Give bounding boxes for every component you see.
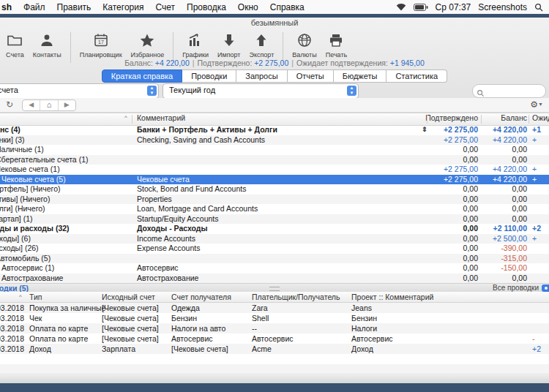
summary-row[interactable]: Доходы и расходы (32)Доходы - Расходы0,0… — [0, 224, 549, 234]
balance-separator: | — [288, 59, 296, 67]
accounts-dropdown[interactable]: Все счета ▲▼ — [0, 83, 159, 99]
confirmed-amount: 0,00 — [463, 155, 478, 165]
toolbar-button-contacts[interactable]: Контакты — [29, 29, 66, 60]
toolbar-button-planner[interactable]: 17Планировщик — [75, 29, 127, 60]
transaction-project-comment: Бензин — [351, 313, 377, 323]
transaction-type: Чек — [29, 313, 42, 323]
account-comment: Доходы - Расходы — [137, 224, 207, 234]
accounts-dropdown-value: Все счета — [0, 86, 18, 94]
tab-Статистика[interactable]: Статистика — [386, 69, 447, 83]
summary-row[interactable]: [Портфель] (Ничего)Stock, Bond and Fund … — [0, 184, 549, 195]
transaction-payee: Автосервис — [252, 333, 294, 344]
transaction-target-account: [Чековые счета] — [171, 344, 228, 354]
account-comment: Expense Accounts — [137, 244, 200, 254]
summary-row[interactable]: [Долги] (Ничего)Loan, Mortgage and Card … — [0, 204, 549, 214]
transaction-row[interactable]: 03.2018Чек[Чековые счета]БензинShellБенз… — [0, 313, 549, 323]
period-dropdown[interactable]: Текущий год ▲▼ — [163, 83, 359, 99]
summary-row[interactable]: Автомобиль (5)0,00-315,00 — [0, 254, 549, 264]
print-icon — [329, 31, 343, 50]
toolbar-button-label: Печать — [326, 51, 347, 59]
menu-item-Счет[interactable]: Счет — [149, 2, 181, 12]
history-segmented-control: ◀ ⌂ ▶ — [22, 99, 76, 111]
toolbar-button-currencies[interactable]: Валюты — [288, 29, 321, 60]
menu-item-Файл[interactable]: Файл — [18, 2, 51, 12]
forward-button[interactable]: ▶ — [58, 100, 75, 110]
desktop-background-bottom — [0, 383, 549, 392]
menu-item-Окно[interactable]: Окно — [232, 2, 264, 12]
column-header-payee[interactable]: Плательщик/Получатель — [252, 292, 340, 302]
toolbar-button-import[interactable]: Импорт — [213, 29, 244, 60]
toolbar-button-favorites[interactable]: Избранное — [127, 29, 169, 60]
confirmed-amount: 0,00 — [463, 244, 478, 254]
gear-menu-button[interactable]: ⚙▼ — [530, 99, 543, 110]
summary-row[interactable]: Чековые счета (5)Чековые счета+2 275,00+… — [0, 175, 549, 185]
search-input[interactable] — [472, 84, 546, 98]
column-header-pending[interactable]: Ожид — [532, 113, 549, 122]
toolbar-button-export[interactable]: Экспорт — [244, 29, 278, 60]
summary-row[interactable]: [Доходы] (6)Income Accounts0,00+2 500,00… — [0, 234, 549, 244]
transaction-type: Оплата по карте — [29, 323, 88, 333]
summary-row[interactable]: [Стартап] (1)Startup/Equity Accounts0,00… — [0, 214, 549, 225]
column-header-target-account[interactable]: Счет получателя — [171, 292, 231, 302]
summary-row[interactable]: [Банки] (3)Checking, Saving and Cash Acc… — [0, 135, 549, 146]
menubar-clock[interactable]: Ср 07:37 — [436, 2, 471, 12]
menu-item-Справка[interactable]: Справка — [264, 2, 310, 12]
tab-Краткая справка[interactable]: Краткая справка — [102, 69, 182, 83]
transaction-project-comment: Автосервис — [351, 333, 393, 344]
battery-icon[interactable] — [414, 4, 428, 11]
transaction-row[interactable]: 03.2018Покупка за наличные[Чековые счета… — [0, 303, 549, 313]
column-divider — [481, 115, 482, 124]
refresh-button[interactable]: ↻ — [6, 99, 13, 110]
confirmed-amount: 0,00 — [463, 195, 478, 205]
column-header-confirmed[interactable]: Подтверждено — [425, 113, 478, 122]
account-name: Доходы и расходы (32) — [0, 224, 70, 234]
menu-item-Категория[interactable]: Категория — [97, 2, 149, 12]
tab-Проводки[interactable]: Проводки — [182, 69, 236, 83]
stepper-icon: ▲▼ — [147, 86, 157, 96]
summary-row[interactable]: [Расходы] (26)Expense Accounts0,00-390,0… — [0, 244, 549, 254]
toolbar-button-accounts[interactable]: Счета — [1, 29, 29, 60]
summary-row[interactable]: АвтострахованиеАвтострахование0,000,00 — [0, 274, 549, 284]
tab-Бюджеты[interactable]: Бюджеты — [334, 69, 387, 83]
confirmed-amount: 0,00 — [463, 204, 478, 214]
summary-row[interactable]: Сберегательные счета (1)0,000,00 — [0, 155, 549, 165]
account-name: [Долги] (Ничего) — [0, 204, 45, 214]
balance-label: Ожидает подтверждения: — [296, 59, 390, 67]
wifi-icon[interactable] — [396, 3, 406, 11]
account-name: Автострахование — [1, 274, 63, 284]
all-transactions-toggle[interactable] — [542, 284, 549, 292]
toolbar-button-label: Экспорт — [249, 51, 274, 59]
screen: sh ФайлПравитьКатегорияСчетПроводкаОкноС… — [0, 0, 549, 392]
summary-row[interactable]: Автосервис (1)Автосервис0,00-150,00 — [0, 263, 549, 274]
back-button[interactable]: ◀ — [23, 100, 40, 110]
column-header-source-account[interactable]: Исходный счет — [102, 292, 155, 302]
column-header-project-comment[interactable]: Проект :: Комментарий — [351, 292, 433, 302]
column-header-balance[interactable]: Баланс — [501, 113, 527, 122]
transaction-type: Оплата по карте — [29, 333, 88, 344]
column-header-comment[interactable]: Комментарий — [137, 113, 185, 122]
transaction-row[interactable]: 03.2018Оплата по карте[Чековые счета]Нал… — [0, 323, 549, 333]
expand-all-icon[interactable]: ⇕ — [422, 125, 427, 135]
summary-row[interactable]: Чековые счета (1)+2 275,00+4 220,00+ — [0, 165, 549, 175]
column-header-type[interactable]: Тип — [29, 292, 42, 302]
summary-row[interactable]: Баланс (4)Банки + Портфель + Активы + До… — [0, 125, 549, 135]
home-button[interactable]: ⌂ — [40, 100, 57, 110]
splitter-grip-handle[interactable] — [269, 287, 280, 291]
transaction-date: 03.2018 — [0, 323, 24, 333]
toolbar-button-charts[interactable]: Графики — [178, 29, 213, 60]
transaction-row[interactable]: 03.2018Оплата по карте[Чековые счета]Авт… — [0, 333, 549, 344]
menu-item-Править[interactable]: Править — [51, 2, 97, 12]
transaction-payee: Shell — [252, 313, 269, 323]
app-menu-name[interactable]: sh — [0, 2, 18, 12]
transaction-row[interactable]: 03.2018ДоходЗарплата[Чековые счета]AcmeД… — [0, 344, 549, 354]
toolbar-button-print[interactable]: Печать — [321, 29, 351, 60]
tab-Запросы[interactable]: Запросы — [236, 69, 287, 83]
window-title[interactable]: безымянный — [0, 18, 549, 29]
summary-row[interactable]: [Активы] (Ничего)Properties0,000,00 — [0, 195, 549, 205]
menu-item-Проводка[interactable]: Проводка — [181, 2, 232, 12]
spotlight-icon[interactable] — [534, 3, 543, 12]
tab-Отчеты[interactable]: Отчеты — [288, 69, 334, 83]
summary-row[interactable]: Наличные (1)0,000,00 — [0, 145, 549, 155]
account-comment: Автострахование — [137, 274, 198, 284]
menubar-user[interactable]: Screenshots — [478, 2, 527, 12]
